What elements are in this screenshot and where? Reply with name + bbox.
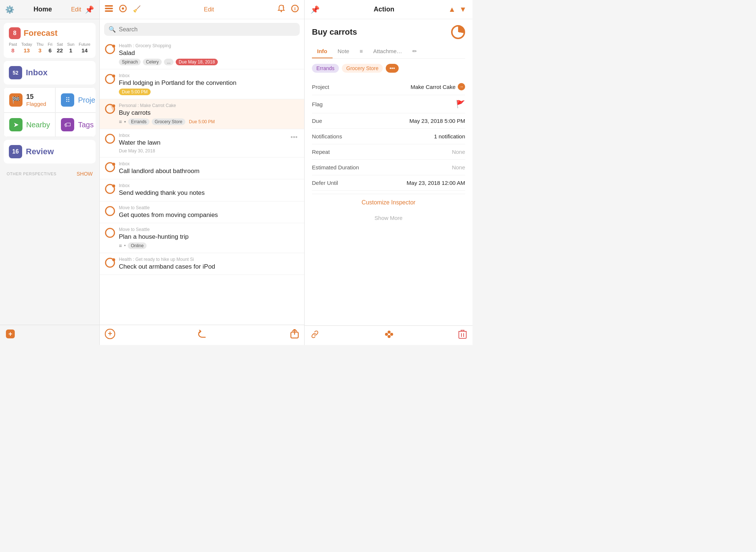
nav-down-button[interactable]: ▼ <box>459 5 467 14</box>
review-item[interactable]: 16 Review <box>4 140 96 163</box>
tab-info[interactable]: Info <box>312 45 333 58</box>
forecast-day-future[interactable]: Future 14 <box>79 42 90 54</box>
detail-row-flag: Flag 🚩 <box>312 95 465 113</box>
task-circle-armband[interactable] <box>105 258 115 268</box>
project-value: Make Carrot Cake <box>410 84 456 90</box>
task-circle-carrots[interactable] <box>105 104 115 114</box>
task-content-quotes: Move to Seattle Get quotes from moving c… <box>119 205 299 219</box>
task-circle-landlord[interactable] <box>105 162 115 172</box>
svg-point-13 <box>112 45 115 48</box>
right-header-nav: ▲ ▼ <box>448 5 467 14</box>
tag-grocery-store[interactable]: Grocery Store <box>342 64 383 73</box>
tab-list[interactable]: ≡ <box>354 45 368 58</box>
detail-row-due: Due May 23, 2018 5:00 PM <box>312 113 465 129</box>
link-button[interactable] <box>310 330 319 341</box>
info-tabs: Info Note ≡ Attachme… ✏ <box>312 45 465 59</box>
right-title: Action <box>374 6 394 13</box>
task-circle-lodging[interactable] <box>105 74 115 84</box>
search-input[interactable] <box>119 26 295 33</box>
task-circle-salad[interactable] <box>105 44 115 54</box>
left-edit-button[interactable]: Edit <box>71 6 81 13</box>
forecast-day-sat[interactable]: Sat 22 <box>57 42 63 54</box>
task-circle-quotes[interactable] <box>105 206 115 216</box>
forecast-day-past[interactable]: Past 8 <box>9 42 17 54</box>
duration-value[interactable]: None <box>452 164 465 170</box>
right-pin-icon[interactable]: 📌 <box>310 5 320 14</box>
info-icon[interactable]: i <box>291 4 299 14</box>
task-item[interactable]: Health : Grocery Shopping Salad Spinach … <box>100 39 304 69</box>
search-bar[interactable]: 🔍 <box>104 23 300 36</box>
more-tags-button[interactable]: ••• <box>386 64 399 73</box>
inbox-label: Inbox <box>26 68 48 77</box>
detail-task-title: Buy carrots <box>312 27 357 37</box>
task-item[interactable]: Move to Seattle Get quotes from moving c… <box>100 201 304 223</box>
project-link-button[interactable]: → <box>458 83 465 90</box>
cluster-button[interactable] <box>384 330 394 341</box>
task-item[interactable]: Inbox Water the lawn Due May 30, 2018 ••… <box>100 129 304 158</box>
task-item[interactable]: Inbox Find lodging in Portland for the c… <box>100 69 304 99</box>
undo-button[interactable] <box>198 330 207 340</box>
detail-row-notifications: Notifications 1 notification <box>312 129 465 144</box>
forecast-day-thu[interactable]: Thu 3 <box>37 42 44 54</box>
middle-bottom-toolbar: + <box>100 325 304 345</box>
task-item[interactable]: Health : Get ready to hike up Mount Si C… <box>100 253 304 275</box>
defer-value[interactable]: May 23, 2018 12:00 AM <box>407 180 465 186</box>
svg-text:+: + <box>108 330 112 338</box>
sidebar-toggle-icon[interactable] <box>105 5 113 14</box>
task-circle-wedding[interactable] <box>105 184 115 194</box>
right-header: 📌 Action ▲ ▼ <box>305 0 472 19</box>
svg-point-8 <box>281 11 282 12</box>
share-button[interactable] <box>290 329 299 341</box>
inbox-item[interactable]: 52 Inbox <box>4 61 96 84</box>
task-item[interactable]: Inbox Call landlord about bathroom <box>100 158 304 179</box>
task-circle-lawn[interactable] <box>105 134 115 144</box>
svg-point-17 <box>112 104 115 107</box>
middle-edit-button[interactable]: Edit <box>204 6 214 13</box>
repeat-value[interactable]: None <box>452 149 465 155</box>
tag-errands[interactable]: Errands <box>312 64 339 73</box>
forecast-day-sun[interactable]: Sun 1 <box>67 42 75 54</box>
forecast-day-today[interactable]: Today 13 <box>21 42 32 54</box>
nearby-item[interactable]: ➤ Nearby <box>4 113 55 137</box>
projects-item[interactable]: ⠿ Projects <box>55 87 96 113</box>
task-content-wedding: Inbox Send wedding thank you notes <box>119 183 299 197</box>
nav-up-button[interactable]: ▲ <box>448 5 456 14</box>
delete-button[interactable] <box>458 330 467 341</box>
svg-point-20 <box>112 163 115 166</box>
detail-task-circle[interactable] <box>451 25 465 39</box>
left-bottom-toolbar: + <box>0 325 99 345</box>
forecast-day-fri[interactable]: Fri 6 <box>48 42 52 54</box>
task-item-buy-carrots[interactable]: Personal : Make Carrot Cake Buy carrots … <box>100 99 304 129</box>
add-perspective-button[interactable]: + <box>5 329 16 341</box>
gear-icon[interactable]: ⚙️ <box>5 5 14 14</box>
forecast-label: Forecast <box>24 28 58 38</box>
tags-item[interactable]: 🏷 Tags <box>55 113 96 137</box>
forecast-section[interactable]: 8 Forecast Past 8 Today 13 Thu 3 Fri 6 S… <box>4 23 96 58</box>
due-value[interactable]: May 23, 2018 5:00 PM <box>409 118 465 124</box>
flagged-item[interactable]: 🏁 15 Flagged <box>4 87 55 113</box>
tab-attachments[interactable]: Attachme… <box>368 45 407 58</box>
middle-header: 🧹 Edit 1 i <box>100 0 304 19</box>
tab-note[interactable]: Note <box>333 45 355 58</box>
detail-title-row: Buy carrots <box>312 25 465 39</box>
task-item[interactable]: Move to Seattle Plan a house-hunting tri… <box>100 223 304 253</box>
pin-icon[interactable]: 📌 <box>85 5 94 14</box>
notifications-value[interactable]: 1 notification <box>434 133 465 139</box>
inbox-section[interactable]: 52 Inbox <box>4 61 96 84</box>
task-dots-button[interactable]: ••• <box>289 133 299 142</box>
show-more-button[interactable]: Show More <box>312 211 465 225</box>
task-circle-house[interactable] <box>105 228 115 238</box>
add-task-button[interactable]: + <box>105 329 115 341</box>
clean-icon[interactable]: 🧹 <box>133 4 140 14</box>
task-content-house: Move to Seattle Plan a house-hunting tri… <box>119 227 299 249</box>
home-title: Home <box>34 6 52 13</box>
detail-row-defer: Defer Until May 23, 2018 12:00 AM <box>312 175 465 191</box>
notification-icon[interactable]: 1 <box>278 4 285 14</box>
show-button[interactable]: SHOW <box>76 171 93 177</box>
view-toggle-icon[interactable] <box>119 4 127 14</box>
flag-button[interactable]: 🚩 <box>456 100 465 108</box>
task-item[interactable]: Inbox Send wedding thank you notes <box>100 179 304 201</box>
tab-edit[interactable]: ✏ <box>407 45 422 58</box>
customize-inspector-button[interactable]: Customize Inspector <box>312 194 465 211</box>
review-section[interactable]: 16 Review <box>4 140 96 163</box>
